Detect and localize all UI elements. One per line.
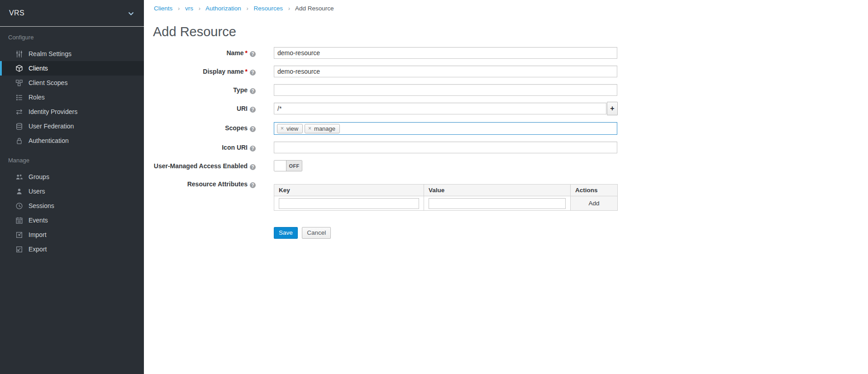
exchange-arrows-icon — [15, 108, 23, 116]
breadcrumb-link-clients[interactable]: Clients — [154, 5, 172, 12]
help-icon[interactable]: ? — [250, 88, 256, 94]
main-content: Clients › vrs › Authorization › Resource… — [144, 0, 868, 374]
scopes-input[interactable]: × view × manage — [274, 122, 617, 135]
user-icon — [15, 188, 23, 195]
attr-table-row: Add — [274, 196, 618, 211]
sidebar: VRS Configure Realm Settings — [0, 0, 144, 374]
realm-selector[interactable]: VRS — [0, 0, 144, 27]
form-actions: Save Cancel — [144, 227, 868, 239]
help-icon[interactable]: ? — [250, 126, 256, 132]
cancel-button[interactable]: Cancel — [302, 227, 331, 239]
name-input[interactable] — [274, 47, 617, 59]
uri-label: URI — [237, 105, 248, 112]
help-icon[interactable]: ? — [250, 146, 256, 151]
attr-value-input[interactable] — [429, 198, 566, 209]
display-name-label-group: Display name*? — [144, 66, 256, 76]
sidebar-item-identity-providers[interactable]: Identity Providers — [0, 104, 144, 119]
breadcrumb-link-resources[interactable]: Resources — [253, 5, 283, 12]
sidebar-item-events[interactable]: Events — [0, 213, 144, 227]
form-row-uri: URI? + — [144, 103, 868, 115]
sidebar-item-label: Authentication — [29, 137, 69, 144]
breadcrumb-separator: › — [247, 5, 248, 12]
help-icon[interactable]: ? — [250, 164, 256, 170]
display-name-label: Display name — [203, 68, 243, 75]
sidebar-item-groups[interactable]: Groups — [0, 170, 144, 184]
sidebar-item-roles[interactable]: Roles — [0, 90, 144, 104]
sidebar-item-import[interactable]: Import — [0, 227, 144, 242]
uma-toggle-state: OFF — [286, 161, 302, 171]
remove-tag-icon[interactable]: × — [281, 126, 284, 131]
uma-label: User-Managed Access Enabled — [154, 162, 248, 170]
required-marker: * — [245, 68, 248, 75]
lock-icon — [15, 137, 23, 145]
scopes-label: Scopes — [225, 124, 248, 132]
breadcrumb-link-vrs[interactable]: vrs — [185, 5, 193, 12]
sidebar-item-label: User Federation — [29, 123, 74, 130]
cubes-icon — [15, 79, 23, 87]
add-uri-button[interactable]: + — [607, 102, 618, 115]
type-label: Type — [233, 86, 248, 94]
help-icon[interactable]: ? — [250, 51, 256, 57]
sidebar-item-authentication[interactable]: Authentication — [0, 133, 144, 148]
sidebar-item-label: Import — [29, 231, 47, 238]
section-label: Configure — [0, 33, 144, 42]
import-icon — [15, 231, 23, 239]
sidebar-item-label: Clients — [29, 65, 48, 72]
uri-input[interactable] — [274, 103, 606, 114]
form-row-name: Name*? — [144, 47, 868, 59]
sidebar-item-realm-settings[interactable]: Realm Settings — [0, 47, 144, 61]
add-attribute-button[interactable]: Add — [588, 200, 599, 207]
sidebar-item-user-federation[interactable]: User Federation — [0, 119, 144, 133]
scope-tag-label: manage — [314, 125, 335, 132]
export-icon — [15, 246, 23, 253]
realm-name[interactable]: VRS — [0, 0, 144, 26]
sidebar-item-label: Realm Settings — [29, 50, 72, 57]
sidebar-item-users[interactable]: Users — [0, 184, 144, 199]
attr-table-header-actions: Actions — [571, 185, 618, 196]
form-row-scopes: Scopes? × view × manage — [144, 122, 868, 135]
form-row-uma: User-Managed Access Enabled? OFF — [144, 160, 868, 171]
breadcrumb-separator: › — [199, 5, 200, 12]
type-input[interactable] — [274, 84, 617, 96]
form-row-resource-attributes: Resource Attributes? Key Value Actions — [144, 178, 868, 211]
remove-tag-icon[interactable]: × — [308, 126, 311, 131]
sidebar-item-label: Sessions — [29, 202, 54, 209]
name-label-group: Name*? — [144, 47, 256, 57]
uma-toggle[interactable]: OFF — [274, 160, 302, 171]
sidebar-item-label: Events — [29, 217, 48, 224]
breadcrumb-link-authorization[interactable]: Authorization — [205, 5, 241, 12]
resource-attributes-table: Key Value Actions Add — [274, 184, 618, 211]
form-row-icon-uri: Icon URI? — [144, 142, 868, 153]
help-icon[interactable]: ? — [250, 107, 256, 113]
database-icon — [15, 123, 23, 130]
sidebar-item-clients[interactable]: Clients — [0, 61, 144, 76]
save-button[interactable]: Save — [274, 227, 298, 239]
attr-key-input[interactable] — [279, 198, 419, 209]
form-row-type: Type? — [144, 84, 868, 96]
breadcrumb-separator: › — [178, 5, 180, 12]
breadcrumb-current: Add Resource — [295, 5, 334, 12]
groups-icon — [15, 173, 23, 181]
sidebar-item-export[interactable]: Export — [0, 242, 144, 256]
sidebar-item-label: Client Scopes — [29, 79, 67, 86]
icon-uri-input[interactable] — [274, 142, 617, 153]
scope-tag-label: view — [286, 125, 298, 132]
resource-attributes-label: Resource Attributes — [187, 180, 248, 188]
attr-table-header-key: Key — [274, 185, 424, 196]
help-icon[interactable]: ? — [250, 182, 256, 188]
sidebar-item-sessions[interactable]: Sessions — [0, 199, 144, 213]
sidebar-section-manage: Manage Groups — [0, 156, 144, 256]
name-label: Name — [226, 49, 243, 57]
breadcrumb: Clients › vrs › Authorization › Resource… — [144, 0, 868, 13]
cube-icon — [15, 65, 23, 72]
sidebar-item-client-scopes[interactable]: Client Scopes — [0, 76, 144, 90]
list-icon — [15, 94, 23, 101]
page-title: Add Resource — [153, 24, 868, 39]
chevron-down-icon[interactable] — [128, 12, 134, 16]
help-icon[interactable]: ? — [250, 70, 256, 76]
uma-label-group: User-Managed Access Enabled? — [144, 160, 256, 170]
display-name-input[interactable] — [274, 66, 617, 77]
icon-uri-label-group: Icon URI? — [144, 142, 256, 151]
breadcrumb-separator: › — [288, 5, 290, 12]
uma-toggle-knob — [274, 161, 286, 171]
